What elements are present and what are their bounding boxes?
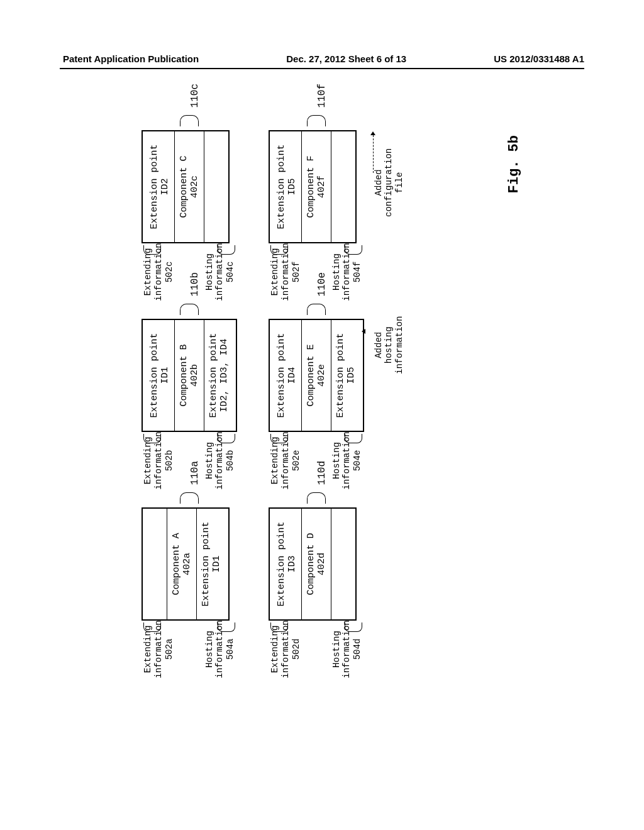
component-name-section: Component F 402f: [303, 138, 330, 236]
component-box-a: Component A 402a Extension point ID1: [142, 507, 230, 621]
divider: [174, 320, 175, 431]
hosting-label-c: Hostinginformation 504c: [204, 242, 236, 302]
ref-num-f: 110f: [316, 84, 328, 108]
component-box-f: Extension point ID5 Component F 402f: [269, 130, 357, 243]
bracket-icon: [180, 492, 199, 504]
empty-section: [333, 515, 352, 613]
extension-point-section: Extension point ID5: [333, 326, 359, 424]
empty-section: [147, 515, 165, 613]
component-box-e: Extension point ID4 Component E 402e Ext…: [269, 319, 364, 432]
divider: [196, 509, 197, 619]
bracket-icon: [143, 245, 161, 255]
hosting-label-a: Hostinginformation 504a: [204, 619, 236, 679]
hosting-label-e: Hostinginformation 504e: [331, 431, 363, 490]
header-left: Patent Application Publication: [63, 53, 199, 64]
component-row-1: Extendinginformation 502a Component A 40…: [142, 72, 237, 670]
divider: [204, 320, 204, 431]
component-box-d: Extension point ID3 Component D 402d: [269, 507, 357, 621]
bracket-icon: [180, 304, 199, 315]
divider: [301, 509, 302, 619]
bracket-icon: [307, 115, 326, 126]
ref-num-c: 110c: [189, 84, 201, 108]
hosting-label-d: Hostinginformation 504d: [331, 619, 363, 679]
bracket-icon: [143, 622, 161, 632]
divider: [301, 131, 302, 242]
divider: [301, 320, 302, 431]
divider: [167, 509, 167, 619]
rotated-diagram: Extendinginformation 502a Component A 40…: [142, 72, 494, 670]
ref-num-a: 110a: [189, 461, 201, 485]
component-row-2: Extendinginformation 502d Extension poin…: [269, 72, 364, 670]
component-box-c: Extension point ID2 Component C 402c: [142, 130, 230, 243]
bracket-icon: [307, 304, 326, 315]
component-name-section: Component E 402e: [303, 326, 330, 424]
dashed-arrow: [373, 135, 374, 173]
extension-point-section: Extension point ID2, ID3, ID4: [206, 326, 232, 424]
divider: [331, 131, 331, 242]
component-box-b: Extension point ID1 Component B 402b Ext…: [142, 319, 237, 432]
component-name-section: Component A 402a: [169, 515, 195, 613]
divider: [331, 509, 331, 619]
extension-point-section: Extension point ID1: [147, 326, 173, 424]
empty-section: [333, 138, 352, 236]
component-group-f: Extendinginformation 502f Extension poin…: [269, 72, 364, 255]
bracket-icon: [270, 622, 288, 632]
page-header: Patent Application Publication Dec. 27, …: [0, 53, 644, 64]
annotation-f: Addedconfigurationfile: [374, 148, 405, 217]
bracket-icon: [270, 245, 288, 255]
component-name-section: Component D 402d: [303, 515, 330, 613]
extension-point-section: Extension point ID3: [274, 515, 300, 613]
extension-point-section: Extension point ID5: [274, 138, 300, 236]
extension-point-section: Extension point ID1: [198, 515, 225, 613]
extension-point-section: Extension point ID4: [274, 326, 300, 424]
header-divider: [60, 68, 584, 69]
bracket-icon: [270, 434, 288, 443]
extension-point-section: Extension point ID2: [147, 138, 173, 236]
hosting-label-f: Hostinginformation 504f: [331, 242, 363, 302]
ref-num-e: 110e: [316, 272, 328, 296]
annotation-e: Addedhostinginformation: [374, 316, 405, 374]
hosting-label-b: Hostinginformation 504b: [204, 431, 236, 490]
arrow-icon: [362, 329, 365, 334]
arrow-icon: [370, 131, 375, 135]
figure-container: Extendinginformation 502a Component A 40…: [63, 113, 566, 585]
component-group-c: Extendinginformation 502c Extension poin…: [142, 72, 237, 255]
header-center: Dec. 27, 2012 Sheet 6 of 13: [286, 53, 406, 64]
divider: [174, 131, 175, 242]
empty-section: [206, 138, 225, 236]
bracket-icon: [143, 434, 161, 443]
divider: [331, 320, 331, 431]
divider: [204, 131, 204, 242]
header-right: US 2012/0331488 A1: [494, 53, 584, 64]
component-name-section: Component C 402c: [176, 138, 203, 236]
bracket-icon: [307, 492, 326, 504]
ref-num-d: 110d: [316, 461, 328, 485]
bracket-icon: [180, 115, 199, 126]
ref-num-b: 110b: [189, 272, 201, 296]
component-name-section: Component B 402b: [176, 326, 203, 424]
figure-caption: Fig. 5b: [506, 135, 522, 193]
